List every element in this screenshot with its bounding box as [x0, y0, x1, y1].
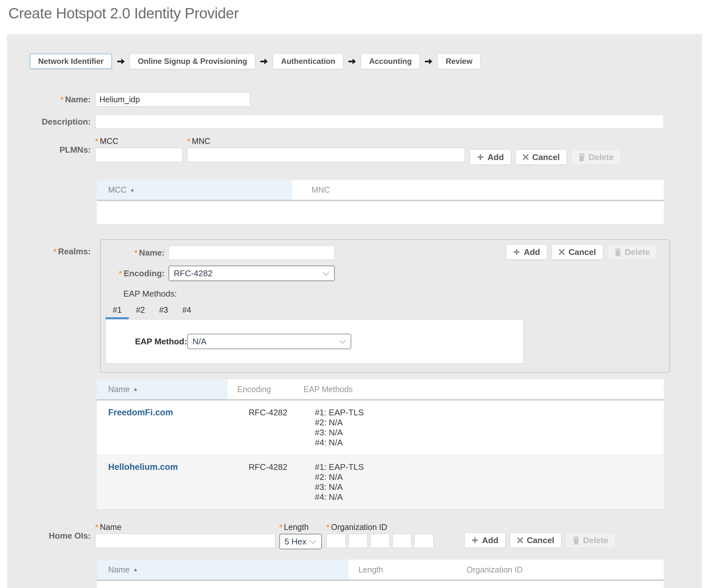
home-oi-org-id-label: *Organization ID: [326, 523, 434, 532]
trash-icon: [614, 248, 621, 256]
realms-table-header: Name▲ Encoding EAP Methods: [97, 379, 664, 399]
triangle-up-icon: ▲: [133, 386, 138, 392]
arrow-right-icon: [260, 57, 268, 66]
network-identifier-form: *Name: Description: PLMNs: *MCC *MNC Add…: [7, 92, 702, 588]
page-title: Create Hotspot 2.0 Identity Provider: [8, 4, 709, 22]
home-ois-cancel-button[interactable]: Cancel: [510, 533, 561, 548]
eap-method-label: EAP Method:: [135, 337, 183, 347]
x-icon: [558, 249, 565, 255]
realm-name-link[interactable]: FreedomFi.com: [108, 408, 173, 417]
step-online-signup[interactable]: Online Signup & Provisioning: [130, 54, 255, 69]
realms-cancel-button[interactable]: Cancel: [551, 244, 603, 260]
plmns-add-button[interactable]: Add: [470, 150, 511, 165]
step-network-identifier[interactable]: Network Identifier: [30, 54, 112, 69]
mcc-field: *MCC: [95, 136, 182, 162]
realm-table-row: Hellohelium.comRFC-4282#1: EAP-TLS#2: N/…: [97, 455, 664, 509]
home-oi-name-field: *Name: [95, 523, 275, 548]
realms-col-eap[interactable]: EAP Methods: [304, 379, 664, 399]
org-id-box-5[interactable]: [414, 534, 434, 548]
mcc-field-label: *MCC: [95, 136, 182, 146]
home-ois-delete-button[interactable]: Delete: [566, 533, 615, 548]
org-id-box-2[interactable]: [348, 534, 368, 548]
plmns-delete-button[interactable]: Delete: [571, 150, 621, 165]
realms-table-body: FreedomFi.comRFC-4282#1: EAP-TLS#2: N/A#…: [97, 399, 664, 510]
x-icon: [517, 537, 523, 543]
home-oi-name-label: *Name: [95, 523, 275, 532]
eap-method-dropdown[interactable]: N/A: [187, 334, 351, 349]
triangle-up-icon: ▲: [130, 187, 135, 193]
home-ois-table-body: [97, 580, 664, 588]
realm-eap-methods-cell: #1: EAP-TLS#2: N/A#3: N/A#4: N/A: [315, 462, 664, 502]
name-input[interactable]: [95, 92, 250, 107]
required-asterisk: *: [95, 523, 98, 532]
description-row: Description:: [7, 114, 702, 129]
home-ois-col-org[interactable]: Organization ID: [467, 560, 664, 580]
plmns-col-mcc[interactable]: MCC▲: [97, 180, 292, 200]
eap-method-panel: EAP Method: N/A: [106, 319, 524, 364]
org-id-box-4[interactable]: [392, 534, 412, 548]
home-ois-col-length[interactable]: Length: [349, 560, 467, 580]
realms-col-encoding[interactable]: Encoding: [228, 379, 304, 399]
chevron-down-icon: [339, 338, 346, 344]
required-asterisk: *: [54, 247, 56, 256]
required-asterisk: *: [60, 95, 63, 104]
home-ois-fields: *Name *Length 5 Hex *Organization ID: [95, 523, 615, 549]
realm-name-input[interactable]: [168, 246, 335, 260]
org-id-boxes: [326, 534, 434, 548]
realm-encoding-row: *Encoding: RFC-4282: [101, 266, 669, 281]
mnc-field: *MNC: [187, 136, 465, 162]
triangle-up-icon: ▲: [133, 567, 138, 572]
description-label: Description:: [7, 114, 95, 129]
encoding-dropdown[interactable]: RFC-4282: [168, 266, 335, 281]
realm-table-row: FreedomFi.comRFC-4282#1: EAP-TLS#2: N/A#…: [97, 401, 664, 455]
x-icon: [522, 154, 529, 160]
mnc-input[interactable]: [187, 148, 465, 162]
plmns-table-body: [97, 200, 664, 224]
eap-method-tabs: #1 #2 #3 #4: [106, 303, 669, 319]
step-accounting[interactable]: Accounting: [361, 54, 420, 69]
plus-icon: [477, 154, 484, 161]
required-asterisk: *: [279, 523, 282, 532]
realms-delete-button[interactable]: Delete: [607, 244, 657, 260]
realms-buttons: Add Cancel Delete: [506, 244, 657, 260]
length-dropdown[interactable]: 5 Hex: [279, 534, 322, 549]
realms-editor: Add Cancel Delete *Name: *Encoding: RFC-…: [100, 239, 670, 373]
realms-row: *Realms: Add Cancel Delete *Name: *Encod…: [7, 239, 702, 373]
realm-name-link[interactable]: Hellohelium.com: [108, 462, 178, 472]
home-oi-name-input[interactable]: [95, 534, 275, 548]
step-authentication[interactable]: Authentication: [273, 54, 343, 69]
required-asterisk: *: [187, 137, 190, 145]
home-ois-add-button[interactable]: Add: [464, 533, 506, 548]
trash-icon: [578, 153, 585, 161]
required-asterisk: *: [134, 248, 137, 257]
arrow-right-icon: [348, 57, 357, 66]
realms-label: *Realms:: [7, 244, 95, 259]
org-id-box-1[interactable]: [326, 534, 346, 548]
plus-icon: [513, 248, 520, 256]
realm-encoding-cell: RFC-4282: [248, 408, 315, 448]
chevron-down-icon: [323, 269, 329, 276]
required-asterisk: *: [119, 269, 122, 278]
home-oi-org-id-field: *Organization ID: [326, 523, 434, 548]
home-ois-col-name[interactable]: Name▲: [97, 560, 349, 580]
plmns-row: PLMNs: *MCC *MNC Add Cancel Delete: [7, 136, 702, 165]
plmns-col-mnc[interactable]: MNC: [292, 180, 664, 200]
realm-eap-methods-cell: #1: EAP-TLS#2: N/A#3: N/A#4: N/A: [315, 408, 664, 448]
eap-tab-4[interactable]: #4: [175, 303, 198, 319]
realm-encoding-cell: RFC-4282: [248, 462, 315, 502]
realms-col-name[interactable]: Name▲: [97, 379, 228, 399]
mcc-input[interactable]: [95, 148, 182, 162]
eap-tab-2[interactable]: #2: [129, 303, 152, 319]
realms-add-button[interactable]: Add: [506, 244, 547, 260]
wizard-stepper: Network Identifier Online Signup & Provi…: [30, 54, 702, 69]
plmns-cancel-button[interactable]: Cancel: [515, 150, 567, 165]
name-label: *Name:: [7, 92, 95, 107]
home-oi-length-label: *Length: [279, 523, 322, 532]
realms-table: Name▲ Encoding EAP Methods FreedomFi.com…: [97, 379, 664, 510]
org-id-box-3[interactable]: [370, 534, 390, 548]
plmns-buttons: Add Cancel Delete: [470, 150, 621, 165]
description-input[interactable]: [95, 114, 664, 129]
eap-tab-3[interactable]: #3: [152, 303, 175, 319]
step-review[interactable]: Review: [438, 54, 480, 69]
eap-tab-1[interactable]: #1: [106, 303, 129, 319]
